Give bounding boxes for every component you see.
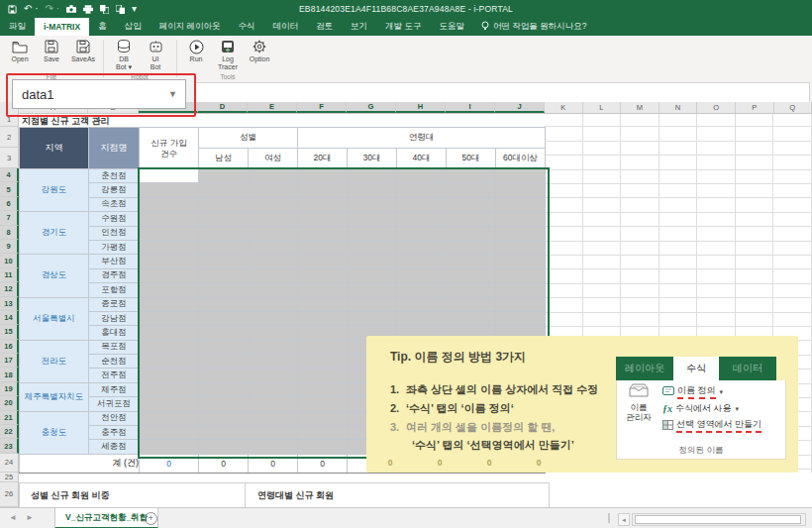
row-header-8[interactable]: 8	[0, 226, 19, 240]
db-bot-button[interactable]: DB Bot ▾	[109, 38, 139, 71]
horizontal-scrollbar[interactable]	[632, 513, 806, 526]
data-cell[interactable]	[298, 369, 348, 382]
column-header-N[interactable]: N	[660, 102, 698, 113]
total-female[interactable]: 0	[249, 454, 298, 473]
data-cell[interactable]	[199, 183, 249, 197]
data-cell[interactable]	[199, 226, 249, 240]
column-header-L[interactable]: L	[583, 102, 622, 113]
header-age-50s[interactable]: 50대	[447, 149, 496, 169]
data-cell[interactable]	[447, 226, 496, 240]
tab-file[interactable]: 파일	[0, 18, 35, 36]
data-cell[interactable]	[199, 397, 249, 411]
row-header-11[interactable]: 11	[0, 268, 19, 282]
row-header-9[interactable]: 9	[0, 240, 19, 254]
data-cell[interactable]	[249, 382, 298, 396]
data-cell[interactable]	[447, 240, 496, 254]
data-cell[interactable]	[447, 268, 496, 282]
data-cell[interactable]	[397, 311, 447, 325]
tab-data[interactable]: 데이터	[264, 18, 308, 36]
header-female[interactable]: 여성	[249, 149, 298, 169]
region-cell[interactable]: 서울특별시	[20, 297, 89, 340]
data-cell[interactable]	[249, 311, 298, 325]
data-cell[interactable]	[298, 355, 348, 369]
data-cell[interactable]	[249, 326, 298, 340]
data-cell[interactable]	[496, 268, 546, 282]
data-cell[interactable]	[397, 212, 447, 226]
tab-i-matrix[interactable]: i-MATRIX	[35, 18, 89, 36]
hscroll-left-arrow[interactable]: ◄	[618, 513, 630, 526]
data-cell[interactable]	[298, 226, 348, 240]
data-cell[interactable]	[447, 169, 496, 183]
data-cell[interactable]	[397, 169, 447, 183]
data-cell[interactable]	[496, 311, 546, 325]
data-cell[interactable]	[140, 240, 199, 254]
row-header-2[interactable]: 2	[0, 127, 19, 148]
data-cell[interactable]	[397, 283, 447, 297]
data-cell[interactable]	[140, 311, 199, 325]
data-cell[interactable]	[496, 212, 546, 226]
data-cell[interactable]	[249, 183, 298, 197]
column-header-I[interactable]: I	[446, 102, 495, 113]
data-cell[interactable]	[199, 326, 249, 340]
save-as-button[interactable]: SaveAs	[68, 38, 98, 63]
branch-cell[interactable]: 속초점	[89, 197, 140, 211]
row-header-23[interactable]: 23	[0, 439, 19, 453]
data-cell[interactable]	[298, 411, 348, 425]
data-cell[interactable]	[140, 283, 199, 297]
total-label[interactable]: 계 (건)	[20, 454, 140, 473]
header-new-signups[interactable]: 신규 가입 건수	[140, 128, 199, 169]
data-cell[interactable]	[447, 212, 496, 226]
data-cell[interactable]	[348, 212, 397, 226]
footer-gender-chart-label[interactable]: 성별 신규 회원 비중	[20, 483, 246, 507]
data-cell[interactable]	[199, 255, 249, 268]
data-cell[interactable]	[199, 311, 249, 325]
data-cell[interactable]	[249, 268, 298, 282]
chevron-down-icon[interactable]: ▼	[168, 89, 185, 99]
data-cell[interactable]	[249, 397, 298, 411]
data-cell[interactable]	[199, 426, 249, 440]
row-header-16[interactable]: 16	[0, 340, 19, 354]
data-cell[interactable]	[140, 426, 199, 440]
sheet-nav-arrows[interactable]: ◄►	[9, 513, 43, 522]
data-cell[interactable]	[348, 183, 397, 197]
data-cell[interactable]	[298, 426, 348, 440]
data-cell[interactable]	[348, 283, 397, 297]
region-cell[interactable]: 경기도	[20, 212, 89, 255]
column-header-H[interactable]: H	[396, 102, 446, 113]
data-cell[interactable]	[140, 226, 199, 240]
branch-cell[interactable]: 서귀포점	[89, 397, 140, 411]
data-cell[interactable]	[249, 369, 298, 382]
data-cell[interactable]	[140, 369, 199, 382]
header-region[interactable]: 지역	[20, 128, 89, 169]
data-cell[interactable]	[199, 440, 249, 454]
option-button[interactable]: Option	[245, 38, 274, 63]
data-cell[interactable]	[496, 283, 546, 297]
data-cell[interactable]	[140, 340, 199, 354]
data-cell[interactable]	[496, 297, 546, 311]
row-header-18[interactable]: 18	[0, 368, 19, 381]
data-cell[interactable]	[348, 311, 397, 325]
branch-cell[interactable]: 수원점	[89, 212, 140, 226]
data-cell[interactable]	[249, 226, 298, 240]
column-header-O[interactable]: O	[697, 102, 736, 113]
data-cell[interactable]	[140, 255, 199, 268]
column-header-J[interactable]: J	[495, 102, 545, 113]
data-cell[interactable]	[249, 255, 298, 268]
region-cell[interactable]: 강원도	[20, 169, 89, 212]
data-cell[interactable]	[199, 382, 249, 396]
region-cell[interactable]: 충청도	[20, 411, 89, 454]
tab-scroll-splitter[interactable]	[608, 513, 610, 523]
data-cell[interactable]	[199, 212, 249, 226]
data-cell[interactable]	[496, 226, 546, 240]
row-header-21[interactable]: 21	[0, 411, 19, 425]
data-cell[interactable]	[199, 340, 249, 354]
data-cell[interactable]	[249, 240, 298, 254]
sheet-tab-active[interactable]: V_신규고객현황_취합	[54, 508, 158, 528]
branch-cell[interactable]: 춘천점	[89, 169, 140, 183]
row-header-20[interactable]: 20	[0, 396, 19, 410]
data-cell[interactable]	[397, 268, 447, 282]
footer-age-chart-label[interactable]: 연령대별 신규 회원	[246, 483, 549, 507]
data-cell[interactable]	[298, 397, 348, 411]
data-cell[interactable]	[447, 311, 496, 325]
tab-page-layout[interactable]: 페이지 레이아웃	[151, 18, 230, 36]
